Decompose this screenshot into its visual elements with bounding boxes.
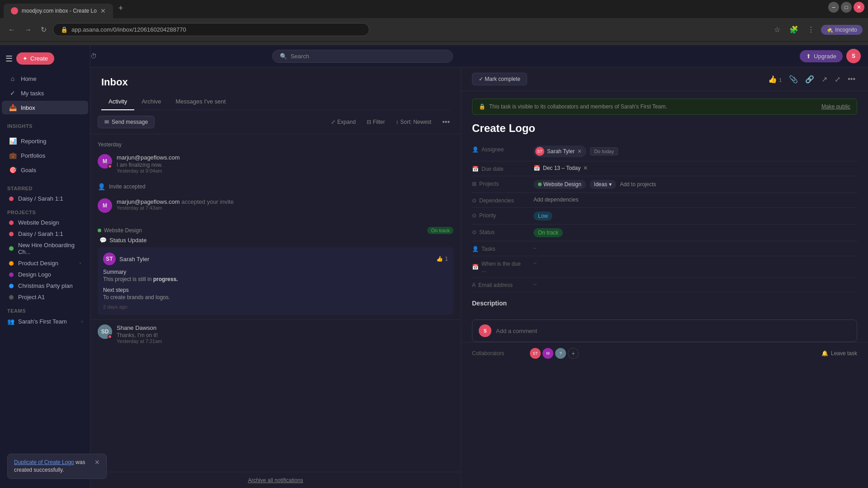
- maximize-button[interactable]: □: [841, 2, 852, 13]
- ideas-tag[interactable]: Ideas ▾: [590, 180, 616, 189]
- browser-tab-active[interactable]: moodjoy.com inbox - Create Lo ✕: [4, 4, 113, 18]
- avatar-marjun-2: M: [98, 198, 112, 213]
- filter-icon: ⊟: [367, 119, 371, 125]
- message-preview-3: Thanks, I'm on it!: [117, 332, 453, 338]
- status-author-name: Sarah Tyler: [119, 256, 433, 263]
- history-button[interactable]: ⏱: [90, 52, 97, 60]
- projects-field: ⊞ Projects Website Design Ideas ▾: [472, 176, 857, 193]
- more-options-button[interactable]: •••: [439, 116, 453, 128]
- description-label: Description: [472, 300, 857, 307]
- message-preview-1: I am finalizing now.: [117, 162, 453, 168]
- more-task-button[interactable]: •••: [846, 73, 857, 85]
- toast-link[interactable]: Duplicate of Create Logo: [14, 459, 74, 465]
- expand-icon: ⤢: [331, 119, 335, 125]
- toast-notification: Duplicate of Create Logo was created suc…: [7, 454, 107, 479]
- assignee-label: 👤 Assignee: [472, 145, 526, 153]
- toast-close-button[interactable]: ✕: [94, 459, 100, 466]
- sort-button[interactable]: ↕ Sort: Newest: [392, 117, 435, 127]
- sidebar-item-my-tasks[interactable]: ✓ My tasks: [2, 86, 88, 100]
- attach-button[interactable]: 📎: [787, 73, 800, 85]
- visibility-text: This task is visible to its collaborator…: [489, 103, 667, 110]
- like-task-button[interactable]: 👍 1: [766, 73, 784, 85]
- remove-due-date-button[interactable]: ✕: [583, 165, 588, 171]
- sidebar-item-portfolios[interactable]: 💼 Portfolios: [2, 149, 88, 162]
- like-button[interactable]: 👍 1: [436, 256, 448, 262]
- task-toolbar: ✓ Mark complete 👍 1 📎 🔗 ↗ ⤢ •••: [461, 67, 868, 91]
- close-button[interactable]: ✕: [854, 2, 864, 13]
- tab-archive[interactable]: Archive: [134, 94, 168, 110]
- tab-close-btn[interactable]: ✕: [100, 7, 106, 14]
- leave-task-button[interactable]: 🔔 Leave task: [821, 350, 857, 357]
- archive-all-link[interactable]: Archive all notifications: [248, 477, 303, 483]
- sidebar-item-inbox[interactable]: 📥 Inbox: [2, 101, 88, 114]
- minimize-button[interactable]: –: [828, 2, 839, 13]
- copy-link-button[interactable]: 🔗: [803, 73, 816, 85]
- send-message-button[interactable]: ✉ Send message: [98, 116, 155, 128]
- expand-button[interactable]: ⤢ Expand: [327, 117, 359, 127]
- sidebar-item-reporting[interactable]: 📊 Reporting: [2, 134, 88, 148]
- sidebar-item-sarahs-team[interactable]: 👥 Sarah's First Team ›: [0, 315, 90, 328]
- upgrade-button[interactable]: ⬆ Upgrade: [800, 50, 843, 62]
- toast-text: Duplicate of Create Logo was created suc…: [14, 459, 91, 474]
- tab-messages-sent[interactable]: Messages I've sent: [169, 94, 233, 110]
- email-field: A Email address –: [472, 277, 857, 292]
- search-bar[interactable]: 🔍 Search: [272, 50, 453, 63]
- user-avatar[interactable]: S: [846, 49, 861, 63]
- refresh-button[interactable]: ↻: [38, 23, 49, 36]
- inbox-message-3[interactable]: SD Shane Dawson Thanks, I'm on it! Yeste…: [90, 320, 461, 349]
- do-today-button[interactable]: Do today: [590, 147, 618, 155]
- mark-complete-button[interactable]: ✓ Mark complete: [472, 73, 527, 85]
- sidebar-item-goals[interactable]: 🎯 Goals: [2, 163, 88, 177]
- forward-button[interactable]: →: [22, 24, 34, 36]
- address-bar[interactable]: 🔒 app.asana.com/0/inbox/1206160204288770: [53, 23, 369, 36]
- status-dot: [108, 164, 112, 169]
- calendar-icon: 📅: [472, 166, 479, 172]
- remove-assignee-button[interactable]: ✕: [577, 148, 582, 155]
- due-date-chip[interactable]: 📅 Dec 13 – Today ✕: [533, 165, 588, 171]
- hamburger-button[interactable]: ☰: [5, 54, 13, 64]
- visibility-bar: 🔒 This task is visible to its collaborat…: [472, 99, 857, 115]
- sidebar-item-new-hire[interactable]: New Hire Onboarding Ch...: [2, 239, 88, 258]
- insights-section-header: Insights: [0, 118, 90, 131]
- inbox-toolbar: ✉ Send message ⤢ Expand ⊟ Filter ↕ Sort: [90, 110, 461, 134]
- inbox-message-2[interactable]: M marjun@pageflows.com accepted your inv…: [98, 194, 453, 218]
- expand-task-button[interactable]: ⤢: [833, 73, 842, 85]
- sidebar-item-product-design[interactable]: Product Design ›: [2, 258, 88, 269]
- new-tab-button[interactable]: +: [115, 2, 127, 15]
- assignee-chip[interactable]: ST Sarah Tyler ✕: [533, 145, 586, 157]
- create-button[interactable]: ✦ Create: [16, 52, 54, 65]
- sidebar-item-design-logo[interactable]: Design Logo: [2, 269, 88, 280]
- sidebar: ☰ ✦ Create ⌂ Home ✓ My tasks 📥 Inbox Ins…: [0, 45, 90, 488]
- back-button[interactable]: ←: [5, 24, 18, 36]
- status-update-label: Status Update: [109, 237, 146, 244]
- send-icon: ✉: [104, 119, 109, 125]
- comment-input[interactable]: [496, 328, 850, 334]
- add-dependencies-button[interactable]: Add dependencies: [533, 197, 578, 203]
- when-due-field: 📅 When is the due ... –: [472, 256, 857, 277]
- filter-button[interactable]: ⊟ Filter: [363, 117, 389, 127]
- sidebar-item-home[interactable]: ⌂ Home: [2, 72, 88, 85]
- status-badge[interactable]: On track: [533, 228, 563, 237]
- bookmark-button[interactable]: ☆: [771, 23, 783, 36]
- sidebar-item-daisy-sarah-starred[interactable]: Daisy / Sarah 1:1: [2, 193, 88, 204]
- sidebar-item-website-design[interactable]: Website Design: [2, 217, 88, 228]
- website-design-tag[interactable]: Website Design: [533, 180, 586, 189]
- add-to-projects-button[interactable]: Add to projects: [620, 181, 656, 188]
- extensions-button[interactable]: 🧩: [787, 23, 801, 36]
- search-icon: 🔍: [280, 53, 287, 60]
- priority-badge[interactable]: Low: [533, 211, 552, 221]
- tasks-field-icon: 👤: [472, 246, 479, 252]
- settings-button[interactable]: ⋮: [805, 23, 817, 36]
- sidebar-item-project-a1[interactable]: Project A1: [2, 291, 88, 303]
- add-collaborator-button[interactable]: +: [568, 348, 579, 359]
- inbox-message-1[interactable]: M marjun@pageflows.com I am finalizing n…: [90, 150, 461, 178]
- priority-label: ⊙ Priority: [472, 211, 526, 219]
- message-content-1: marjun@pageflows.com I am finalizing now…: [117, 154, 453, 174]
- share-button[interactable]: ↗: [820, 73, 829, 85]
- archive-all: Archive all notifications: [90, 472, 461, 488]
- tab-activity[interactable]: Activity: [101, 94, 134, 110]
- make-public-link[interactable]: Make public: [821, 103, 850, 110]
- sidebar-item-christmas-party[interactable]: Christmas Party plan: [2, 280, 88, 291]
- sidebar-item-daisy-sarah[interactable]: Daisy / Sarah 1:1: [2, 228, 88, 239]
- message-sender-3: Shane Dawson: [117, 324, 453, 331]
